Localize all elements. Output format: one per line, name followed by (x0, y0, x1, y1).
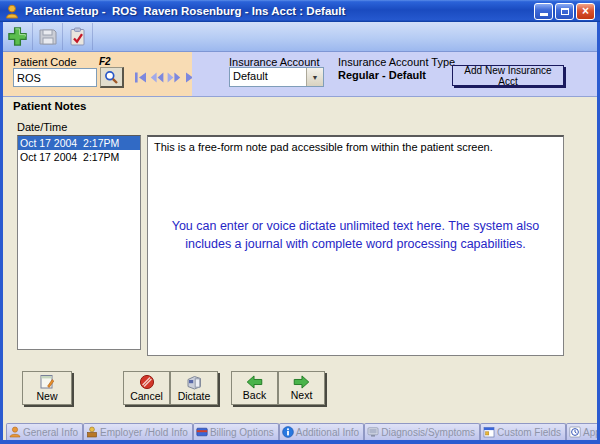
close-icon: × (582, 5, 589, 17)
minimize-button[interactable] (534, 3, 553, 20)
appointments-clock-icon (569, 426, 581, 438)
verify-record-button[interactable] (63, 23, 93, 50)
insurance-type-value: Regular - Default (338, 69, 426, 81)
note-highlight-text: You can enter or voice dictate unlimited… (148, 217, 563, 253)
tab-employer-hold-info[interactable]: Employer /Hold Info (83, 423, 193, 440)
patient-setup-window: Patient Setup - ROS Raven Rosenburg - In… (0, 0, 600, 444)
clipboard-check-icon (68, 27, 87, 47)
list-item[interactable]: Oct 17 2004 2:17PM (18, 150, 140, 164)
save-record-button[interactable] (33, 23, 63, 50)
add-record-button[interactable] (3, 23, 33, 50)
person-icon (9, 426, 21, 438)
toolbar (0, 22, 600, 52)
insurance-account-value: Default (230, 68, 306, 86)
tab-billing-options[interactable]: Billing Options (193, 423, 279, 440)
billing-card-icon (196, 426, 208, 438)
list-item[interactable]: Oct 17 2004 2:17PM (18, 136, 140, 150)
app-person-icon (5, 4, 20, 19)
note-intro-text: This is a free-form note pad accessible … (148, 137, 563, 157)
maximize-button[interactable] (555, 3, 574, 20)
patient-search-button[interactable] (100, 67, 124, 88)
next-arrow-icon (293, 375, 310, 389)
tab-custom-fields[interactable]: Custom Fields (480, 423, 566, 440)
patient-code-input[interactable] (13, 68, 97, 87)
datetime-column-label: Date/Time (17, 121, 67, 133)
header-strip: Patient Code F2 (3, 52, 597, 97)
record-navigation (133, 71, 198, 83)
close-button[interactable]: × (576, 3, 595, 20)
window-border-left (0, 22, 3, 444)
bottom-tab-bar: General Info Employer /Hold Info Billing… (3, 419, 597, 440)
info-icon (282, 426, 294, 438)
employer-icon (86, 426, 98, 438)
window-title: Patient Setup - ROS Raven Rosenburg - In… (25, 5, 534, 17)
add-new-insurance-button[interactable]: Add New Insurance Acct (452, 65, 564, 86)
first-record-icon[interactable] (133, 71, 147, 83)
new-note-icon (39, 374, 55, 390)
cancel-button[interactable]: Cancel (123, 371, 170, 405)
back-button[interactable]: Back (231, 371, 278, 405)
dictate-icon (186, 375, 202, 390)
section-title: Patient Notes (13, 100, 87, 112)
note-text-area[interactable]: This is a free-form note pad accessible … (147, 135, 564, 356)
f2-shortcut-label: F2 (99, 56, 111, 67)
insurance-account-select[interactable]: Default ▼ (229, 67, 324, 87)
patient-code-label: Patient Code (13, 56, 77, 68)
insurance-type-label: Insurance Account Type (338, 56, 455, 68)
patient-code-panel: Patient Code F2 (3, 52, 192, 96)
plus-icon (7, 26, 28, 47)
new-note-button[interactable]: New (22, 371, 72, 405)
dictate-button[interactable]: Dictate (170, 371, 218, 405)
tab-general-info[interactable]: General Info (6, 423, 83, 440)
next-record-icon[interactable] (167, 71, 181, 83)
custom-fields-icon (483, 426, 495, 438)
next-button[interactable]: Next (278, 371, 325, 405)
save-icon (38, 27, 58, 47)
window-border-bottom (0, 440, 600, 444)
previous-record-icon[interactable] (150, 71, 164, 83)
search-icon (104, 70, 119, 85)
tab-diagnosis-symptoms[interactable]: Diagnosis/Symptoms (364, 423, 480, 440)
tab-appointments[interactable]: Appointments (566, 423, 600, 440)
diagnosis-icon (367, 426, 379, 438)
cancel-icon (139, 374, 155, 390)
insurance-panel: Insurance Account Default ▼ Insurance Ac… (192, 52, 597, 96)
minimize-icon (540, 13, 548, 16)
maximize-icon (561, 8, 569, 15)
tab-additional-info[interactable]: Additional Info (279, 423, 364, 440)
note-datetime-list[interactable]: Oct 17 2004 2:17PM Oct 17 2004 2:17PM (17, 135, 141, 350)
back-arrow-icon (246, 375, 263, 389)
chevron-down-icon[interactable]: ▼ (306, 68, 323, 86)
title-bar: Patient Setup - ROS Raven Rosenburg - In… (0, 0, 600, 22)
